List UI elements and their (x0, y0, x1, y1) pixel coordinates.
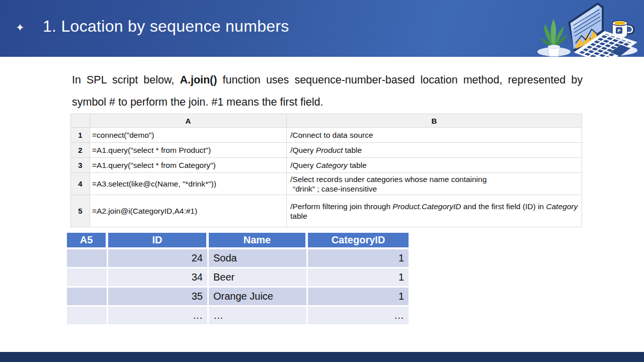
row-number-cell: 4 (71, 173, 90, 195)
table-row: 4 =A3.select(like@c(Name, "*drink*")) /S… (71, 173, 582, 195)
result-header-name: Name (209, 233, 308, 249)
code-cell: =A1.query("select * from Category") (90, 158, 287, 173)
result-cell: 35 (108, 288, 209, 307)
result-cell: 1 (308, 249, 409, 268)
intro-pre: In SPL script below, (72, 74, 180, 86)
header-bar: ✦ 1. Location by sequence numbers (0, 0, 644, 57)
row-number-cell: 5 (71, 195, 90, 227)
result-cell: Soda (209, 249, 308, 268)
table-row: … … … (67, 307, 409, 326)
result-cell: … (209, 307, 308, 326)
table-row: 2 =A1.query("select * from Product") /Qu… (71, 143, 582, 158)
column-header-b: B (287, 114, 582, 128)
empty-cell (67, 268, 108, 288)
comment-cell: /Connect to data source (287, 128, 582, 143)
table-row: 35 Orange Juice 1 (67, 288, 409, 307)
laptop-illustration: P (537, 0, 640, 57)
row-number-cell: 3 (71, 158, 90, 173)
table-row: 1 =connect("demo") /Connect to data sour… (71, 128, 582, 143)
result-header-a5: A5 (67, 233, 108, 249)
result-table: A5 ID Name CategoryID 24 Soda 1 34 Beer … (67, 233, 409, 326)
table-row: 24 Soda 1 (67, 249, 409, 268)
result-header-categoryid: CategoryID (308, 233, 409, 249)
result-cell: 1 (308, 288, 409, 307)
intro-bold-function: A.join() (180, 74, 217, 86)
spl-script-table: A B 1 =connect("demo") /Connect to data … (70, 114, 582, 227)
code-cell: =A2.join@i(CategoryID,A4:#1) (90, 195, 287, 227)
comment-cell: /Query Category table (287, 158, 582, 173)
empty-cell (67, 288, 108, 307)
result-cell: … (308, 307, 409, 326)
column-header-row: A B (71, 114, 582, 128)
result-cell: 1 (308, 268, 409, 288)
comment-cell: /Perform filtering join through Product.… (287, 195, 582, 227)
table-row: 3 =A1.query("select * from Category") /Q… (71, 158, 582, 173)
page-title: 1. Location by sequence numbers (43, 17, 289, 36)
table-row: 34 Beer 1 (67, 268, 409, 288)
svg-text:P: P (617, 28, 621, 33)
code-cell: =A3.select(like@c(Name, "*drink*")) (90, 173, 287, 195)
result-header-row: A5 ID Name CategoryID (67, 233, 409, 249)
result-cell: Beer (209, 268, 308, 288)
comment-cell: /Select records under categories whose n… (287, 173, 582, 195)
result-cell: 34 (108, 268, 209, 288)
column-header-a: A (90, 114, 287, 128)
comment-cell: /Query Product table (287, 143, 582, 158)
slide: ✦ 1. Location by sequence numbers (0, 0, 644, 362)
star-icon: ✦ (16, 22, 25, 33)
table-row: 5 =A2.join@i(CategoryID,A4:#1) /Perform … (71, 195, 582, 227)
empty-cell (67, 307, 108, 326)
result-cell: Orange Juice (209, 288, 308, 307)
result-header-id: ID (108, 233, 209, 249)
code-cell: =A1.query("select * from Product") (90, 143, 287, 158)
row-number-cell: 2 (71, 143, 90, 158)
intro-text: In SPL script below, A.join() function u… (72, 69, 583, 113)
result-cell: 24 (108, 249, 209, 268)
empty-cell (67, 249, 108, 268)
corner-cell (71, 114, 90, 128)
result-cell: … (108, 307, 209, 326)
row-number-cell: 1 (71, 128, 90, 143)
footer-bar (0, 352, 644, 362)
code-cell: =connect("demo") (90, 128, 287, 143)
